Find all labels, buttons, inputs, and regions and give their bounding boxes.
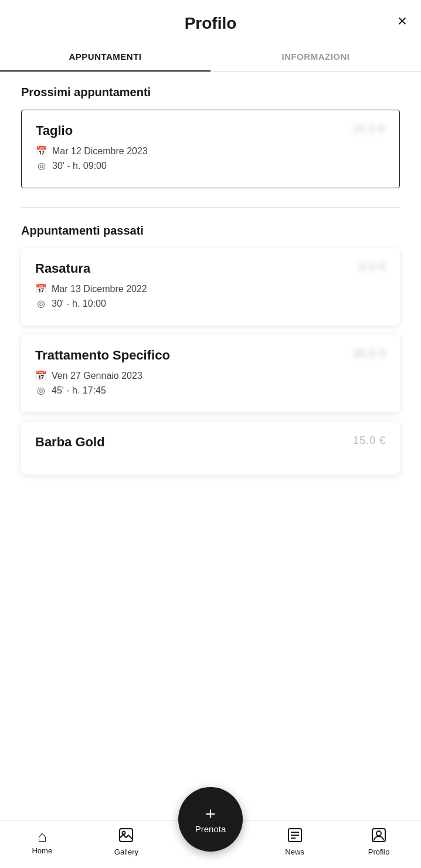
card-date: Ven 27 Gennaio 2023: [52, 371, 142, 381]
appointment-card-past-2[interactable]: Barba Gold 15.0 €: [21, 422, 400, 474]
clock-icon: ◎: [36, 160, 47, 171]
calendar-icon: 📅: [36, 145, 47, 157]
card-duration: 30' - h. 10:00: [52, 299, 106, 309]
nav-home[interactable]: ⌂ Home: [0, 829, 84, 855]
card-price: 15.0 €: [352, 123, 385, 135]
clock-icon: ◎: [35, 298, 47, 309]
card-service-name: Taglio: [36, 123, 73, 138]
nav-home-label: Home: [32, 846, 52, 855]
card-duration: 30' - h. 09:00: [52, 161, 107, 171]
svg-point-7: [376, 831, 381, 836]
tab-bar: APPUNTAMENTI INFORMAZIONI: [0, 42, 421, 72]
card-header: Barba Gold 15.0 €: [35, 435, 386, 450]
page-title: Profilo: [185, 14, 237, 33]
appointment-card-upcoming-0[interactable]: Taglio 15.0 € 📅 Mar 12 Dicembre 2023 ◎ 3…: [21, 110, 400, 188]
card-date-row: 📅 Ven 27 Gennaio 2023: [35, 370, 386, 381]
upcoming-title: Prossimi appuntamenti: [21, 86, 400, 99]
prenota-fab[interactable]: + Prenota: [178, 787, 243, 852]
svg-rect-0: [120, 829, 133, 842]
card-duration: 45' - h. 17:45: [52, 385, 106, 396]
card-date-row: 📅 Mar 13 Dicembre 2022: [35, 283, 386, 294]
appointment-card-past-0[interactable]: Rasatura 0.0 € 📅 Mar 13 Dicembre 2022 ◎ …: [21, 248, 400, 326]
card-time-row: ◎ 30' - h. 10:00: [35, 298, 386, 309]
tab-informazioni[interactable]: INFORMAZIONI: [210, 42, 421, 71]
fab-container: + Prenota: [178, 787, 243, 852]
nav-gallery[interactable]: Gallery: [84, 828, 169, 856]
card-date: Mar 13 Dicembre 2022: [52, 284, 147, 294]
upcoming-section: Prossimi appuntamenti Taglio 15.0 € 📅 Ma…: [21, 86, 400, 188]
card-price: 30.0 €: [353, 348, 386, 360]
fab-plus-icon: +: [205, 805, 216, 823]
card-price: 15.0 €: [353, 435, 386, 447]
svg-point-1: [123, 832, 125, 835]
calendar-icon: 📅: [35, 370, 47, 381]
home-icon: ⌂: [38, 829, 47, 844]
gallery-icon: [118, 828, 134, 845]
card-price: 0.0 €: [359, 261, 386, 273]
card-service-name: Trattamento Specifico: [35, 348, 170, 363]
card-date: Mar 12 Dicembre 2023: [52, 146, 148, 157]
card-header: Rasatura 0.0 €: [35, 261, 386, 276]
card-service-name: Rasatura: [35, 261, 90, 276]
clock-icon: ◎: [35, 385, 47, 396]
nav-profilo-label: Profilo: [368, 847, 390, 856]
card-date-row: 📅 Mar 12 Dicembre 2023: [36, 145, 385, 157]
past-section: Appuntamenti passati Rasatura 0.0 € 📅 Ma…: [21, 224, 400, 474]
close-button[interactable]: ×: [398, 13, 407, 29]
appointment-card-past-1[interactable]: Trattamento Specifico 30.0 € 📅 Ven 27 Ge…: [21, 335, 400, 412]
card-header: Trattamento Specifico 30.0 €: [35, 348, 386, 363]
card-time-row: ◎ 30' - h. 09:00: [36, 160, 385, 171]
news-icon: [287, 828, 303, 845]
nav-gallery-label: Gallery: [114, 847, 138, 856]
nav-news-label: News: [285, 847, 304, 856]
header: Profilo ×: [0, 0, 421, 42]
nav-news[interactable]: News: [253, 828, 337, 856]
profile-icon: [371, 828, 386, 845]
fab-label: Prenota: [195, 824, 226, 834]
card-time-row: ◎ 45' - h. 17:45: [35, 385, 386, 396]
card-service-name: Barba Gold: [35, 435, 105, 450]
section-divider: [21, 207, 400, 208]
nav-profilo[interactable]: Profilo: [337, 828, 421, 856]
past-title: Appuntamenti passati: [21, 224, 400, 238]
tab-appuntamenti[interactable]: APPUNTAMENTI: [0, 42, 210, 71]
card-header: Taglio 15.0 €: [36, 123, 385, 138]
main-content: Prossimi appuntamenti Taglio 15.0 € 📅 Ma…: [0, 72, 421, 557]
calendar-icon: 📅: [35, 283, 47, 294]
